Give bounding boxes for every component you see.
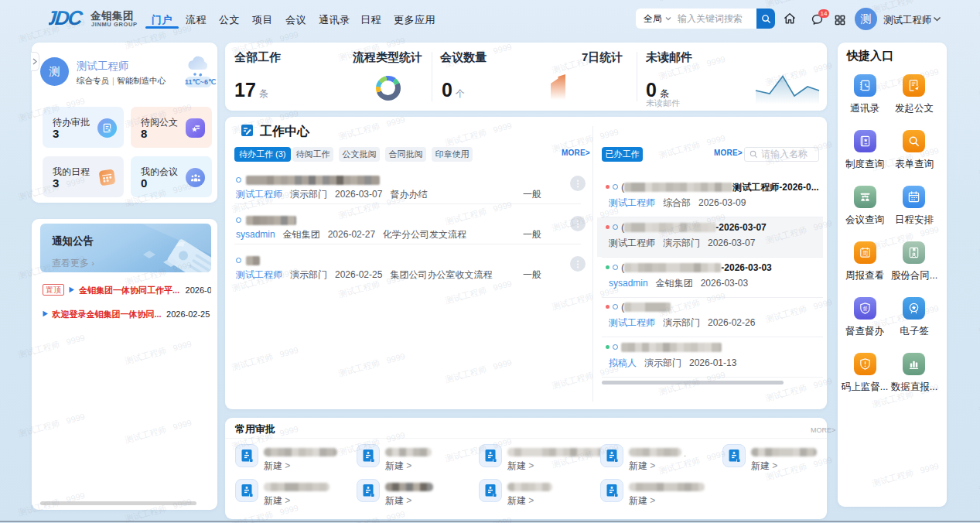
svg-text:JDC: JDC bbox=[49, 8, 84, 28]
svg-text:督: 督 bbox=[862, 306, 867, 311]
svg-text:周: 周 bbox=[862, 251, 868, 257]
